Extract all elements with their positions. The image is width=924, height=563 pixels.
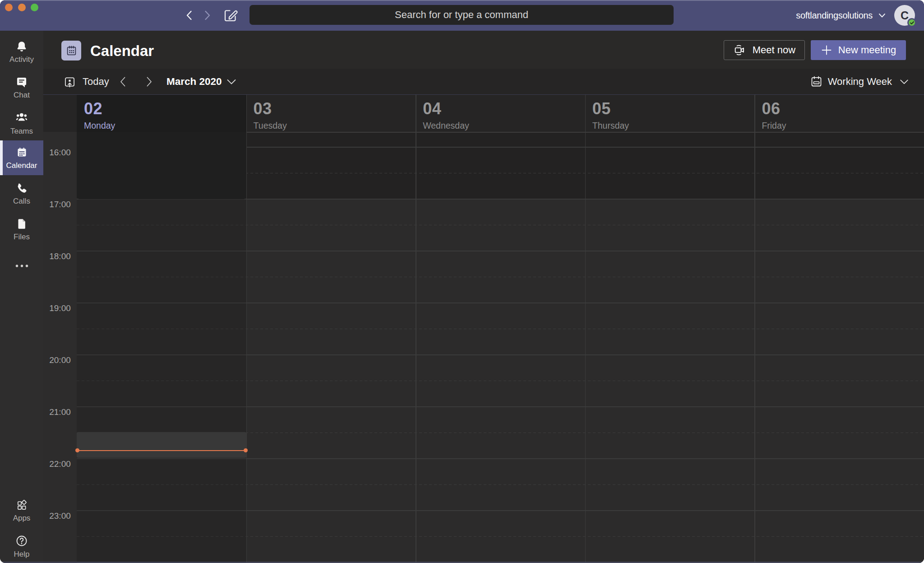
time-label: 16:00 <box>43 148 77 157</box>
day-header-wednesday[interactable]: 04 Wednesday <box>416 95 585 132</box>
sidebar-item-chat[interactable]: Chat <box>0 70 43 105</box>
jump-to-today-icon <box>64 76 75 88</box>
time-label: 20:00 <box>43 356 77 365</box>
zoom-window-button[interactable] <box>31 4 38 11</box>
video-camera-icon <box>733 43 747 57</box>
day-name: Monday <box>84 121 115 131</box>
day-name: Wednesday <box>423 121 469 131</box>
org-name[interactable]: softlandingsolutions <box>796 10 873 21</box>
calendar-icon <box>15 146 28 159</box>
new-meeting-label: New meeting <box>838 44 896 56</box>
current-time-dot-left <box>75 448 79 452</box>
plus-icon <box>821 44 832 56</box>
forward-button[interactable] <box>200 9 214 22</box>
day-header-gutter <box>43 95 77 132</box>
sidebar-item-teams[interactable]: Teams <box>0 106 43 140</box>
main-content: Calendar Meet now New meeting <box>43 31 924 563</box>
teams-window: Search for or type a command softlanding… <box>0 0 924 563</box>
page-title: Calendar <box>90 42 154 60</box>
sidebar-item-label: Activity <box>9 56 34 64</box>
day-name: Tuesday <box>254 121 287 131</box>
calendar-app-icon <box>61 41 81 60</box>
view-label: Working Week <box>828 76 892 88</box>
minimize-window-button[interactable] <box>18 4 26 11</box>
time-label: 21:00 <box>43 408 77 417</box>
account-area: softlandingsolutions C <box>796 0 915 31</box>
avatar[interactable]: C <box>894 5 915 26</box>
calendar-header: Calendar Meet now New meeting <box>43 31 924 69</box>
new-meeting-button[interactable]: New meeting <box>811 40 906 60</box>
view-switcher[interactable]: Working Week <box>810 69 910 94</box>
calendar-grid[interactable]: 16:00 17:00 18:00 19:00 20:00 21:00 22:0… <box>43 132 924 563</box>
day-number: 03 <box>254 99 416 118</box>
ellipsis-icon <box>14 263 29 269</box>
document-icon <box>15 218 28 230</box>
sidebar-item-label: Chat <box>14 91 30 99</box>
day-header-tuesday[interactable]: 03 Tuesday <box>246 95 416 132</box>
view-chevron-down-icon <box>899 76 910 87</box>
meet-now-button[interactable]: Meet now <box>724 40 805 60</box>
day-header-row: 02 Monday 03 Tuesday 04 Wednesday 05 Thu… <box>43 95 924 132</box>
calendar-toolbar: Today March 2020 <box>43 69 924 95</box>
sidebar-item-apps[interactable]: Apps <box>0 493 43 528</box>
sidebar-item-calls[interactable]: Calls <box>0 176 43 211</box>
chevron-right-icon <box>145 74 153 89</box>
day-header-friday[interactable]: 06 Friday <box>754 95 924 132</box>
titlebar: Search for or type a command softlanding… <box>0 0 924 31</box>
calendar-week-icon <box>810 75 823 88</box>
sidebar-item-files[interactable]: Files <box>0 212 43 247</box>
sidebar-item-more[interactable] <box>0 248 43 283</box>
today-button[interactable]: Today <box>64 69 109 94</box>
day-number: 02 <box>84 99 246 118</box>
month-chevron-down-icon[interactable] <box>224 69 239 94</box>
next-week-button[interactable] <box>142 69 157 94</box>
presence-available-icon <box>907 18 916 27</box>
sidebar-item-label: Files <box>14 233 30 241</box>
day-header-monday[interactable]: 02 Monday <box>77 95 246 132</box>
close-window-button[interactable] <box>5 4 13 11</box>
meet-now-label: Meet now <box>753 44 795 56</box>
sidebar-item-label: Help <box>14 550 30 558</box>
day-name: Friday <box>762 121 786 131</box>
search-input[interactable]: Search for or type a command <box>249 5 674 25</box>
day-number: 06 <box>762 99 924 118</box>
people-icon <box>15 111 28 125</box>
app-grid-icon <box>15 498 28 512</box>
sidebar-item-help[interactable]: Help <box>0 529 43 563</box>
app-sidebar: Activity Chat Teams <box>0 31 43 563</box>
time-label: 22:00 <box>43 460 77 469</box>
chevron-right-icon <box>201 9 213 21</box>
sidebar-item-activity[interactable]: Activity <box>0 34 43 69</box>
grid-top-border <box>246 132 924 133</box>
time-label: 17:00 <box>43 200 77 209</box>
today-column-shade <box>77 199 246 563</box>
sidebar-item-label: Calls <box>13 197 30 205</box>
org-chevron-down-icon[interactable] <box>877 10 887 20</box>
sidebar-item-label: Calendar <box>6 162 37 170</box>
time-label: 19:00 <box>43 304 77 313</box>
day-header-thursday[interactable]: 05 Thursday <box>585 95 755 132</box>
new-chat-button[interactable] <box>222 7 239 24</box>
bell-icon <box>15 40 28 53</box>
current-half-hour-slot[interactable] <box>77 432 246 458</box>
sidebar-item-label: Apps <box>13 514 31 522</box>
chevron-left-icon <box>184 9 195 21</box>
month-label: March 2020 <box>166 76 222 88</box>
back-button[interactable] <box>183 9 196 22</box>
time-label: 18:00 <box>43 252 77 261</box>
phone-icon <box>15 182 28 195</box>
chevron-left-icon <box>119 74 127 89</box>
day-name: Thursday <box>592 121 629 131</box>
compose-icon <box>222 7 239 23</box>
sidebar-item-label: Teams <box>10 127 33 135</box>
current-time-indicator <box>77 450 246 451</box>
day-number: 05 <box>592 99 755 118</box>
month-selector[interactable]: March 2020 <box>166 69 222 94</box>
question-circle-icon <box>15 534 28 548</box>
today-label: Today <box>83 76 109 88</box>
previous-week-button[interactable] <box>116 69 130 94</box>
today-column-working-band <box>77 132 246 199</box>
sidebar-item-calendar[interactable]: Calendar <box>0 140 43 175</box>
chat-bubble-icon <box>15 76 28 88</box>
time-label: 23:00 <box>43 512 77 521</box>
